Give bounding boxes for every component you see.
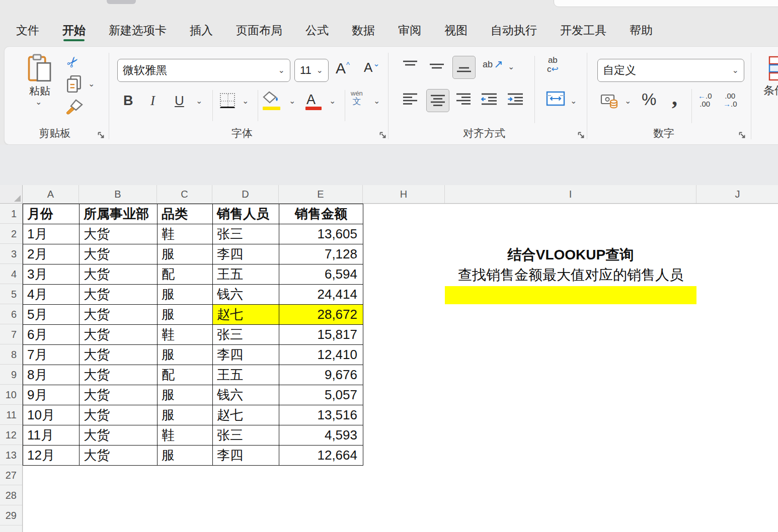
- align-left-button[interactable]: [402, 92, 418, 106]
- cell-category[interactable]: 服: [158, 446, 213, 466]
- cell-division[interactable]: 大货: [80, 325, 158, 345]
- cell-division[interactable]: 大货: [80, 365, 158, 385]
- cell-month[interactable]: 6月: [23, 325, 80, 345]
- cell-month[interactable]: 1月: [23, 224, 80, 244]
- cell-category[interactable]: 服: [158, 244, 213, 264]
- cell-division[interactable]: 大货: [80, 385, 158, 405]
- cell-category[interactable]: 服: [158, 285, 213, 305]
- cell-month[interactable]: 8月: [23, 365, 80, 385]
- tab-开发工具[interactable]: 开发工具: [560, 19, 606, 41]
- accounting-dropdown-chevron[interactable]: ⌄: [625, 97, 631, 105]
- underline-dropdown-chevron[interactable]: ⌄: [196, 97, 202, 105]
- cell-amount[interactable]: 7,128: [279, 244, 363, 264]
- cell-person[interactable]: 王五: [213, 365, 279, 385]
- tab-帮助[interactable]: 帮助: [630, 19, 653, 41]
- row-header-28[interactable]: 28: [0, 485, 22, 505]
- cell-division[interactable]: 大货: [80, 405, 158, 425]
- cell-amount[interactable]: 13,516: [279, 405, 363, 425]
- copy-icon[interactable]: [66, 75, 82, 93]
- number-format-combo[interactable]: 自定义⌄: [597, 59, 744, 82]
- fill-color-icon[interactable]: [262, 91, 280, 104]
- cell-amount[interactable]: 13,605: [279, 224, 363, 244]
- cut-icon[interactable]: ✂: [63, 52, 83, 72]
- cell-division[interactable]: 大货: [80, 224, 158, 244]
- orientation-dropdown-chevron[interactable]: ⌄: [508, 63, 514, 71]
- cell-month[interactable]: 5月: [23, 305, 80, 325]
- cell-month[interactable]: 12月: [23, 446, 80, 466]
- paste-icon[interactable]: [27, 54, 53, 83]
- alignment-dialog-launcher[interactable]: [577, 131, 585, 139]
- row-header-29[interactable]: 29: [0, 505, 22, 525]
- cell-amount[interactable]: 12,410: [279, 345, 363, 365]
- row-header-12[interactable]: 12: [0, 425, 22, 445]
- font-dialog-launcher[interactable]: [379, 131, 387, 139]
- cell-division[interactable]: 大货: [80, 264, 158, 285]
- cell-person[interactable]: 张三: [213, 425, 279, 446]
- decrease-indent-button[interactable]: [481, 92, 498, 106]
- cell-category[interactable]: 服: [158, 305, 213, 325]
- tab-文件[interactable]: 文件: [16, 19, 39, 41]
- merge-dropdown-chevron[interactable]: ⌄: [570, 97, 577, 105]
- cell-month[interactable]: 2月: [23, 244, 80, 264]
- shrink-font-button[interactable]: A⌄: [364, 61, 380, 74]
- cell-amount[interactable]: 6,594: [279, 264, 363, 285]
- row-header-13[interactable]: 13: [0, 445, 22, 465]
- row-header-7[interactable]: 7: [0, 324, 22, 344]
- cell-person[interactable]: 王五: [213, 264, 279, 285]
- underline-button[interactable]: U: [175, 93, 184, 109]
- copy-dropdown-chevron[interactable]: ⌄: [88, 80, 95, 88]
- increase-indent-button[interactable]: [507, 92, 524, 106]
- cell-division[interactable]: 大货: [80, 425, 158, 446]
- cell-division[interactable]: 大货: [80, 244, 158, 264]
- tab-开始[interactable]: 开始: [62, 19, 86, 41]
- table-header-cell[interactable]: 所属事业部: [80, 204, 158, 224]
- cell-category[interactable]: 服: [158, 345, 213, 365]
- percent-style-button[interactable]: %: [642, 90, 656, 109]
- font-size-combo[interactable]: 11⌄: [294, 59, 329, 82]
- orientation-icon[interactable]: ab↗: [483, 58, 503, 71]
- phonetic-guide-icon[interactable]: wén文: [351, 90, 363, 106]
- row-header-3[interactable]: 3: [0, 244, 22, 264]
- format-painter-icon[interactable]: [65, 99, 84, 116]
- tab-插入[interactable]: 插入: [190, 19, 213, 41]
- bold-button[interactable]: B: [123, 93, 133, 109]
- italic-button[interactable]: I: [150, 93, 155, 109]
- column-header-J[interactable]: J: [696, 185, 778, 203]
- number-dialog-launcher[interactable]: [738, 131, 746, 139]
- select-all-corner[interactable]: [0, 185, 23, 204]
- cell-division[interactable]: 大货: [80, 285, 158, 305]
- cell-amount[interactable]: 12,664: [279, 446, 363, 466]
- tab-数据[interactable]: 数据: [352, 19, 375, 41]
- phonetic-dropdown-chevron[interactable]: ⌄: [373, 97, 380, 105]
- paste-dropdown-chevron[interactable]: ⌄: [35, 98, 42, 106]
- top-align-button[interactable]: [402, 59, 418, 73]
- sales-table[interactable]: 月份所属事业部品类销售人员销售金额1月大货鞋张三13,6052月大货服李四7,1…: [23, 204, 363, 466]
- grow-font-button[interactable]: A^: [336, 61, 350, 76]
- row-header-5[interactable]: 5: [0, 284, 22, 304]
- conditional-formatting-label[interactable]: 条件: [763, 83, 778, 98]
- column-header-D[interactable]: D: [212, 185, 279, 203]
- table-header-cell[interactable]: 月份: [23, 204, 80, 224]
- column-header-strip[interactable]: ABCDEHIJ: [0, 185, 778, 204]
- cell-month[interactable]: 4月: [23, 285, 80, 305]
- tab-新建选项卡[interactable]: 新建选项卡: [109, 19, 167, 41]
- row-header-10[interactable]: 10: [0, 385, 22, 405]
- tab-页面布局[interactable]: 页面布局: [236, 19, 282, 41]
- cell-month[interactable]: 3月: [23, 264, 80, 285]
- align-center-button[interactable]: [426, 89, 449, 112]
- clipboard-dialog-launcher[interactable]: [97, 131, 105, 139]
- cell-month[interactable]: 10月: [23, 405, 80, 425]
- font-color-dropdown-chevron[interactable]: ⌄: [329, 97, 336, 105]
- cell-category[interactable]: 服: [158, 405, 213, 425]
- bottom-align-button[interactable]: [452, 56, 476, 79]
- middle-align-button[interactable]: [429, 59, 445, 73]
- cell-person[interactable]: 赵七: [213, 305, 279, 325]
- cell-person[interactable]: 李四: [213, 244, 279, 264]
- row-header-2[interactable]: 2: [0, 224, 22, 244]
- cell-category[interactable]: 服: [158, 385, 213, 405]
- cell-person[interactable]: 李四: [213, 446, 279, 466]
- cell-person[interactable]: 钱六: [213, 385, 279, 405]
- fill-dropdown-chevron[interactable]: ⌄: [289, 97, 295, 105]
- paste-button[interactable]: 粘贴: [24, 84, 56, 98]
- row-header-6[interactable]: 6: [0, 304, 22, 324]
